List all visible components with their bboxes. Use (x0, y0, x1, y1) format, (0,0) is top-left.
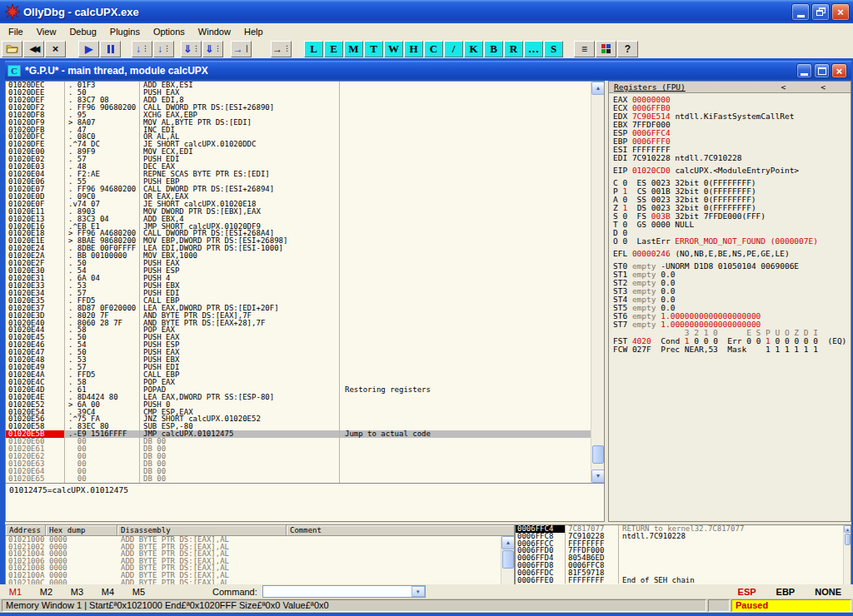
dump-row[interactable]: 010210040000ADD BYTE PTR DS:[EAX],AL (6, 550, 514, 558)
menu-help[interactable]: Help (237, 25, 270, 38)
dump-header-comment[interactable]: Comment (287, 525, 514, 536)
open-file-button[interactable] (2, 41, 22, 57)
stack-row[interactable]: 0006FFCCFFFFFFFF (516, 540, 851, 548)
memory-window-button-m3[interactable]: M3 (62, 587, 92, 597)
dump-row[interactable]: 010210000000ADD BYTE PTR DS:[EAX],AL (6, 536, 514, 544)
stack-row[interactable]: 0006FFD48054B6ED (516, 554, 851, 562)
dump-row[interactable]: 010210080000ADD BYTE PTR DS:[EAX],AL (6, 564, 514, 572)
disasm-row[interactable]: 01020E48. 53PUSH EBX (6, 356, 604, 364)
command-input[interactable]: ▼ (262, 585, 426, 598)
dump-row[interactable]: 010210060000ADD BYTE PTR DS:[EAX],AL (6, 558, 514, 565)
memory-window-button-m5[interactable]: M5 (123, 587, 154, 597)
disasm-row[interactable]: 01020E40. 8060 28 7FAND BYTE PTR DS:[EAX… (6, 320, 604, 327)
cpu-maximize-button[interactable] (814, 63, 830, 78)
minimize-button[interactable] (791, 3, 810, 21)
disasm-row[interactable]: 01020E65 00DB 00 (6, 475, 604, 483)
restore-button[interactable] (811, 3, 830, 21)
disasm-row[interactable]: 01020E52> 6A 00PUSH 0 (6, 401, 604, 409)
command-dropdown-icon[interactable]: ▼ (412, 586, 425, 597)
panel-button-W[interactable]: W (384, 41, 403, 57)
disasm-row[interactable]: 01020E45. 50PUSH EAX (6, 334, 604, 341)
close-button[interactable]: × (831, 3, 850, 21)
disasm-row[interactable]: 01020E34. 57PUSH EDI (6, 290, 604, 297)
restart-button[interactable]: ◀◀ (23, 41, 44, 57)
disasm-row[interactable]: 01020DFE.^74 DCJE SHORT calcUPX.01020DDC (6, 141, 604, 148)
menu-file[interactable]: File (2, 25, 30, 38)
disasm-row[interactable]: 01020E2F. 50PUSH EAX (6, 260, 604, 267)
disasm-row[interactable]: 01020E49. 57PUSH EDI (6, 364, 604, 371)
disasm-row[interactable]: 01020E60 00DB 00 (6, 438, 604, 445)
cpu-minimize-button[interactable] (796, 63, 812, 78)
disasm-row[interactable]: 01020DEC. 01F3ADD EBX,ESI (6, 82, 604, 89)
memory-window-button-m1[interactable]: M1 (0, 587, 31, 597)
windows-list-button[interactable]: ≡ (574, 41, 595, 57)
menu-plugins[interactable]: Plugins (103, 25, 147, 38)
appearance-button[interactable] (596, 41, 616, 57)
panel-button-R[interactable]: R (504, 41, 523, 57)
disasm-row[interactable]: 01020E47. 50PUSH EAX (6, 349, 604, 356)
panel-button-L[interactable]: L (304, 41, 323, 57)
disasm-row[interactable]: 01020E62 00DB 00 (6, 453, 604, 460)
panel-button-S[interactable]: S (544, 41, 563, 57)
menu-view[interactable]: View (30, 25, 63, 38)
disasm-row[interactable]: 01020DFB. 47INC EDI (6, 127, 604, 134)
disasm-row[interactable]: 01020E61 00DB 00 (6, 445, 604, 453)
disasm-row[interactable]: 01020E5B.-E9 1516FFFFJMP calcUPX.0101247… (6, 430, 604, 438)
disasm-row[interactable]: 01020E33. 53PUSH EBX (6, 282, 604, 290)
dump-scroll-up-icon[interactable]: ▲ (501, 536, 515, 549)
panel-button-C[interactable]: C (424, 41, 443, 57)
help-button[interactable]: ? (617, 41, 638, 57)
disassembly-scrollbar[interactable]: ▲ ▼ (591, 82, 604, 483)
dump-scrollbar-thumb[interactable] (502, 550, 514, 569)
dump-row[interactable]: 0102100A0000ADD BYTE PTR DS:[EAX],AL (6, 572, 514, 579)
disasm-row[interactable]: 01020E44. 58POP EAX (6, 326, 604, 334)
panel-button-M[interactable]: M (344, 41, 363, 57)
disasm-row[interactable]: 01020DF8. 95XCHG EAX,EBP (6, 112, 604, 119)
disasm-row[interactable]: 01020E04. F2:AEREPNE SCAS BYTE PTR ES:[E… (6, 171, 604, 178)
memory-window-button-m2[interactable]: M2 (31, 587, 62, 597)
panel-button-T[interactable]: T (364, 41, 383, 57)
disasm-row[interactable]: 01020E31. 6A 04PUSH 4 (6, 275, 604, 282)
panel-button-E[interactable]: E (324, 41, 343, 57)
disasm-row[interactable]: 01020E4C. 58POP EAX (6, 379, 604, 386)
dump-row[interactable]: 010210020000ADD BYTE PTR DS:[EAX],AL (6, 544, 514, 551)
register-line[interactable]: FCW 027F Prec NEAR,53 Mask 1 1 1 1 1 1 (613, 345, 851, 354)
scrollbar-thumb[interactable] (592, 445, 604, 464)
disasm-row[interactable]: 01020E07. FF96 94680200CALL DWORD PTR DS… (6, 186, 604, 193)
menu-options[interactable]: Options (147, 25, 192, 38)
memory-window-button-m4[interactable]: M4 (92, 587, 123, 597)
panel-button-B[interactable]: B (484, 41, 503, 57)
stack-scrollbar[interactable]: ▲ (843, 525, 851, 586)
stack-row[interactable]: 0006FFD07FFDF000 (516, 547, 851, 554)
disasm-row[interactable]: 01020E64 00DB 00 (6, 468, 604, 475)
register-line[interactable]: EFL 00000246 (NO,NB,E,BE,NS,PE,GE,LE) (613, 250, 851, 258)
execute-till-return-button[interactable]: →❘ (231, 41, 252, 57)
animate-into-button[interactable]: ⇓⋮ (181, 41, 202, 57)
panel-button-K[interactable]: K (464, 41, 483, 57)
stack-row[interactable]: 0006FFD80006FFC8 (516, 562, 851, 569)
stack-scrollbar-thumb[interactable] (845, 534, 851, 545)
stack-row[interactable]: 0006FFE0FFFFFFFFEnd of SEH chain (516, 577, 851, 584)
animate-over-button[interactable]: ⇓⋮ (202, 41, 223, 57)
scroll-up-icon[interactable]: ▲ (591, 82, 604, 95)
register-line[interactable]: T 0 GS 0000 NULL (613, 221, 851, 229)
step-over-button[interactable]: ↓⋮ (153, 41, 174, 57)
cpu-close-button[interactable]: × (831, 63, 847, 78)
disasm-row[interactable]: 01020E63 00DB 00 (6, 460, 604, 468)
disasm-row[interactable]: 01020E02. 57PUSH EDI (6, 156, 604, 163)
register-line[interactable]: O 0 LastErr ERROR_MOD_NOT_FOUND (0000007… (613, 237, 851, 246)
close-program-button[interactable]: × (45, 41, 66, 57)
menu-window[interactable]: Window (192, 25, 237, 38)
run-button[interactable]: ▶ (78, 41, 99, 57)
register-line[interactable]: EIP 01020CD0 calcUPX.<ModuleEntryPoint> (613, 166, 851, 175)
step-into-button[interactable]: ↓⋮ (132, 41, 152, 57)
disasm-row[interactable]: 01020E46. 54PUSH ESP (6, 341, 604, 349)
disasm-row[interactable]: 01020DF9> 8A07MOV AL,BYTE PTR DS:[EDI] (6, 119, 604, 127)
stack-row[interactable]: 0006FFC87C910228ntdll.7C910228 (516, 533, 851, 540)
disasm-row[interactable]: 01020E4A. FFD5CALL EBP (6, 371, 604, 379)
panel-button-/[interactable]: / (444, 41, 463, 57)
registers-collapse-button[interactable]: < (821, 82, 826, 92)
disasm-row[interactable]: 01020E00. 89F9MOV ECX,EDI (6, 148, 604, 156)
register-line[interactable]: EDI 7C910228 ntdll.7C910228 (613, 154, 851, 162)
goto-address-button[interactable]: →⋮ (271, 41, 292, 57)
